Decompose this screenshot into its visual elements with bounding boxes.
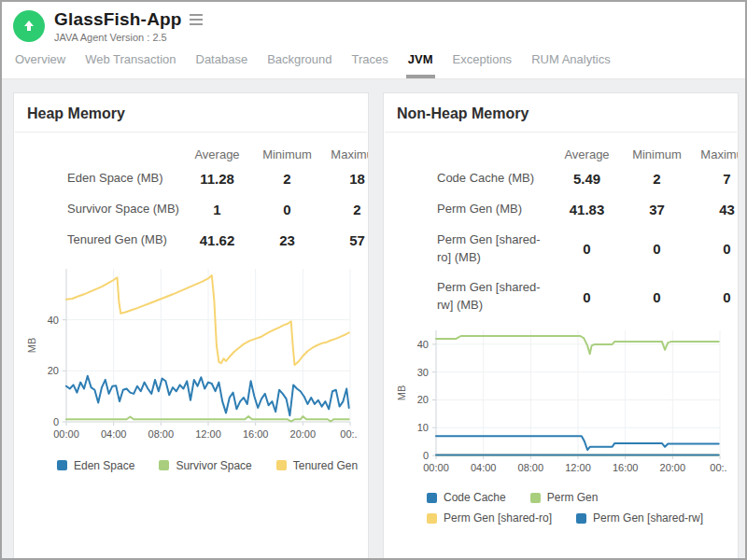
svg-text:16:00: 16:00 bbox=[243, 428, 269, 440]
legend-item[interactable]: Perm Gen [shared-ro] bbox=[427, 511, 552, 525]
non-heap-chart-legend: Code Cache Perm Gen Perm Gen [shared-ro] bbox=[384, 483, 738, 525]
heap-memory-panel: Heap Memory Average Minimum Maximum Eden… bbox=[13, 92, 369, 558]
col-minimum: Minimum bbox=[622, 147, 692, 161]
tab-web-transaction[interactable]: Web Transaction bbox=[83, 52, 177, 78]
arrow-up-icon bbox=[21, 19, 36, 34]
svg-text:16:00: 16:00 bbox=[613, 462, 639, 473]
non-heap-memory-chart: 00:0004:0008:0012:0016:0020:0000:..01020… bbox=[384, 321, 738, 483]
svg-text:08:00: 08:00 bbox=[148, 428, 175, 440]
table-row: Survivor Space (MB) 1 0 2 bbox=[14, 194, 369, 225]
heap-metric-table: Average Minimum Maximum Eden Space (MB) … bbox=[14, 144, 369, 256]
tab-background[interactable]: Background bbox=[265, 52, 333, 78]
panel-title: Heap Memory bbox=[14, 105, 368, 132]
max-value: 57 bbox=[322, 232, 369, 248]
monitor-status-icon bbox=[13, 10, 45, 42]
panel-title: Non-Heap Memory bbox=[384, 105, 738, 132]
hamburger-menu-icon[interactable] bbox=[188, 12, 204, 27]
min-value: 0 bbox=[252, 202, 322, 217]
legend-item[interactable]: Perm Gen [shared-rw] bbox=[576, 511, 703, 525]
divider bbox=[385, 132, 737, 133]
svg-text:0: 0 bbox=[53, 416, 59, 427]
tab-exceptions[interactable]: Exceptions bbox=[451, 52, 514, 78]
col-minimum: Minimum bbox=[252, 147, 322, 161]
tab-overview[interactable]: Overview bbox=[13, 52, 67, 78]
svg-text:20: 20 bbox=[417, 395, 429, 406]
non-heap-metric-table: Average Minimum Maximum Code Cache (MB) … bbox=[384, 144, 739, 321]
avg-value: 41.83 bbox=[552, 202, 622, 217]
svg-text:04:00: 04:00 bbox=[471, 462, 497, 473]
min-value: 0 bbox=[622, 289, 692, 305]
avg-value: 41.62 bbox=[182, 232, 252, 248]
min-value: 2 bbox=[252, 171, 322, 187]
legend-swatch bbox=[57, 460, 67, 470]
legend-item[interactable]: Survivor Space bbox=[159, 459, 251, 472]
svg-text:MB: MB bbox=[26, 337, 37, 353]
tab-rum-analytics[interactable]: RUM Analytics bbox=[529, 52, 613, 78]
svg-text:00:00: 00:00 bbox=[423, 462, 449, 473]
svg-text:12:00: 12:00 bbox=[565, 462, 591, 473]
table-row: Tenured Gen (MB) 41.62 23 57 bbox=[14, 225, 369, 256]
app-window: GlassFish-App JAVA Agent Version : 2.5 O… bbox=[0, 0, 747, 560]
heap-memory-line-chart: 00:0004:0008:0012:0016:0020:0000:..02040… bbox=[23, 261, 358, 446]
table-row: Perm Gen [shared-rw] (MB) 0 0 0 bbox=[384, 273, 739, 321]
legend-swatch bbox=[427, 493, 437, 503]
svg-text:20:00: 20:00 bbox=[660, 462, 686, 473]
min-value: 23 bbox=[252, 232, 322, 248]
svg-text:40: 40 bbox=[417, 339, 429, 350]
avg-value: 0 bbox=[552, 241, 622, 257]
max-value: 0 bbox=[692, 241, 739, 257]
svg-text:20: 20 bbox=[48, 365, 59, 376]
max-value: 7 bbox=[692, 171, 739, 187]
max-value: 43 bbox=[692, 202, 739, 217]
agent-version-label: JAVA Agent Version : 2.5 bbox=[54, 32, 204, 43]
legend-swatch bbox=[576, 513, 586, 524]
svg-text:40: 40 bbox=[48, 314, 59, 325]
divider bbox=[15, 132, 367, 133]
table-row: Perm Gen [shared-ro] (MB) 0 0 0 bbox=[384, 225, 739, 273]
col-average: Average bbox=[182, 147, 252, 161]
row-label: Tenured Gen (MB) bbox=[14, 231, 182, 249]
svg-text:MB: MB bbox=[396, 385, 407, 401]
svg-text:12:00: 12:00 bbox=[195, 428, 221, 440]
svg-text:10: 10 bbox=[417, 422, 429, 433]
table-header-row: Average Minimum Maximum bbox=[14, 144, 369, 163]
legend-swatch bbox=[159, 460, 169, 470]
table-row: Code Cache (MB) 5.49 2 7 bbox=[384, 163, 739, 194]
legend-item[interactable]: Code Cache bbox=[427, 491, 506, 504]
content-area: Heap Memory Average Minimum Maximum Eden… bbox=[2, 79, 745, 558]
svg-text:30: 30 bbox=[417, 367, 429, 378]
legend-item[interactable]: Tenured Gen bbox=[276, 459, 358, 472]
legend-item[interactable]: Eden Space bbox=[57, 459, 134, 472]
legend-swatch bbox=[530, 493, 541, 503]
heap-memory-chart: 00:0004:0008:0012:0016:0020:0000:..02040… bbox=[14, 256, 368, 450]
avg-value: 11.28 bbox=[182, 171, 252, 187]
min-value: 37 bbox=[622, 202, 692, 217]
svg-text:0: 0 bbox=[423, 450, 429, 461]
heap-chart-legend: Eden Space Survivor Space Tenured Gen bbox=[14, 450, 368, 472]
avg-value: 0 bbox=[552, 289, 622, 305]
page-title: GlassFish-App bbox=[54, 9, 182, 30]
tab-jvm[interactable]: JVM bbox=[406, 52, 435, 78]
row-label: Eden Space (MB) bbox=[14, 170, 182, 188]
legend-item[interactable]: Perm Gen bbox=[530, 491, 599, 504]
min-value: 2 bbox=[622, 171, 692, 187]
legend-swatch bbox=[276, 460, 287, 470]
max-value: 18 bbox=[322, 171, 369, 187]
min-value: 0 bbox=[622, 241, 692, 257]
row-label: Perm Gen [shared-rw] (MB) bbox=[384, 279, 552, 315]
avg-value: 5.49 bbox=[552, 171, 622, 187]
col-average: Average bbox=[552, 147, 622, 161]
avg-value: 1 bbox=[182, 202, 252, 217]
svg-text:04:00: 04:00 bbox=[101, 428, 127, 440]
tab-traces[interactable]: Traces bbox=[350, 52, 390, 78]
tab-bar: Overview Web Transaction Database Backgr… bbox=[2, 43, 745, 79]
table-row: Eden Space (MB) 11.28 2 18 bbox=[14, 163, 369, 194]
table-row: Perm Gen (MB) 41.83 37 43 bbox=[384, 194, 739, 225]
tab-database[interactable]: Database bbox=[194, 52, 250, 78]
non-heap-memory-line-chart: 00:0004:0008:0012:0016:0020:0000:..01020… bbox=[393, 323, 727, 480]
row-label: Code Cache (MB) bbox=[384, 170, 552, 188]
svg-text:20:00: 20:00 bbox=[290, 428, 317, 440]
non-heap-memory-panel: Non-Heap Memory Average Minimum Maximum … bbox=[383, 92, 739, 558]
max-value: 0 bbox=[692, 289, 739, 305]
table-header-row: Average Minimum Maximum bbox=[384, 144, 739, 163]
